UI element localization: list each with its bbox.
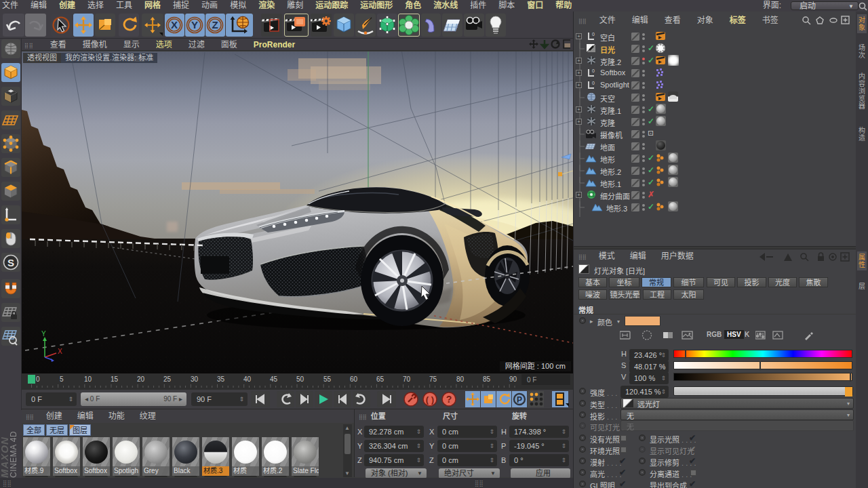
svg-text:( ): ( ): [426, 394, 434, 405]
svg-text:40: 40: [243, 375, 252, 383]
svg-text:10: 10: [84, 375, 92, 383]
svg-text:35: 35: [217, 375, 225, 383]
svg-text:60: 60: [350, 375, 358, 383]
svg-text:P: P: [517, 395, 522, 405]
svg-text:X: X: [171, 19, 178, 30]
svg-text:65: 65: [376, 375, 384, 383]
svg-text:45: 45: [270, 375, 278, 383]
svg-text:55: 55: [323, 375, 332, 383]
svg-text:85: 85: [483, 375, 491, 383]
svg-text:15: 15: [111, 375, 119, 383]
svg-text:90: 90: [509, 375, 517, 383]
svg-text:Z: Z: [212, 19, 218, 30]
svg-text:5: 5: [60, 375, 64, 383]
svg-text:?: ?: [446, 394, 452, 405]
svg-text:70: 70: [403, 375, 411, 383]
svg-text:0: 0: [592, 68, 595, 73]
svg-text:30: 30: [191, 375, 199, 383]
svg-text:0: 0: [36, 375, 40, 383]
svg-text:0: 0: [592, 81, 595, 85]
svg-text:0 F: 0 F: [527, 376, 536, 384]
svg-text:Y: Y: [191, 19, 198, 30]
svg-text:20: 20: [137, 375, 145, 383]
svg-text:X: X: [58, 348, 62, 355]
svg-text:80: 80: [456, 375, 465, 383]
svg-text:75: 75: [429, 375, 437, 383]
svg-text:S: S: [7, 257, 14, 268]
svg-text:Y: Y: [41, 330, 46, 338]
svg-text:25: 25: [163, 375, 172, 383]
svg-text:0: 0: [592, 32, 595, 37]
svg-text:50: 50: [296, 375, 304, 383]
